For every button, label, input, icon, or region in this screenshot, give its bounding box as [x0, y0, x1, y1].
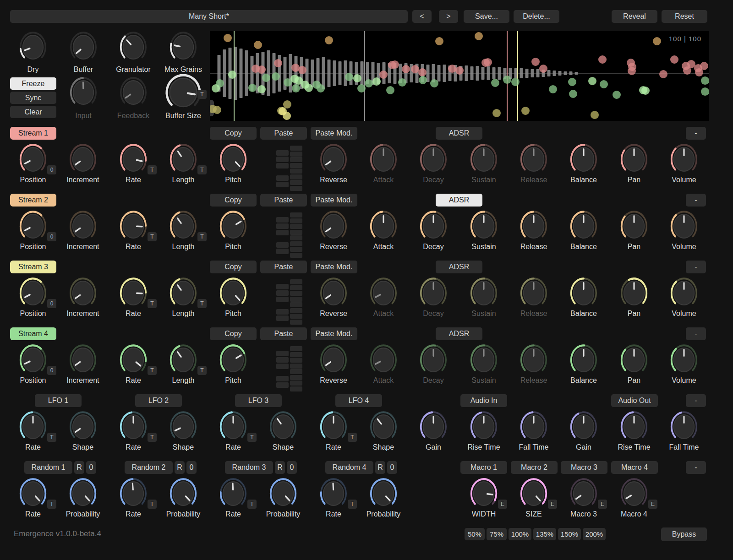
pitch-step-cell[interactable]	[290, 253, 302, 258]
pitch-step-cell[interactable]	[290, 314, 302, 319]
pan-knob[interactable]	[620, 343, 648, 376]
gain-knob[interactable]	[419, 410, 448, 443]
zoom-150-button[interactable]: 150%	[558, 528, 581, 540]
rise-time-knob[interactable]	[620, 410, 648, 443]
position-0-badge[interactable]: 0	[47, 366, 56, 375]
reveal-button[interactable]: Reveal	[612, 10, 657, 23]
rate-knob[interactable]	[119, 477, 148, 510]
pitch-step-cell[interactable]	[290, 174, 302, 179]
pitch-step-cell[interactable]	[290, 308, 302, 313]
pitch-step-cell[interactable]	[276, 284, 289, 289]
lfo-1-button[interactable]: LFO 1	[35, 394, 82, 407]
random-1-r-button[interactable]: R	[74, 461, 84, 474]
increment-knob[interactable]	[69, 277, 97, 310]
pitch-step-cell[interactable]	[276, 217, 289, 223]
lfo-2-button[interactable]: LFO 2	[135, 394, 182, 407]
shape-knob[interactable]	[269, 410, 297, 443]
pitch-step-cell[interactable]	[290, 381, 302, 386]
pitch-step-cell[interactable]	[290, 291, 302, 296]
pitch-step-cell[interactable]	[276, 157, 289, 162]
gain-knob[interactable]	[569, 410, 598, 443]
rate-knob[interactable]	[19, 477, 47, 510]
zoom-75-button[interactable]: 75%	[487, 528, 507, 540]
random-4-r-button[interactable]: R	[375, 461, 385, 474]
pitch-knob[interactable]	[219, 210, 247, 243]
balance-knob[interactable]	[569, 343, 598, 376]
increment-knob[interactable]	[69, 343, 97, 376]
random-2-zero-button[interactable]: 0	[186, 461, 197, 474]
pitch-step-cell[interactable]	[276, 249, 289, 254]
increment-knob[interactable]	[69, 210, 97, 243]
reverse-knob[interactable]	[319, 210, 348, 243]
rate-t-badge[interactable]: T	[148, 299, 157, 308]
macro-4-button[interactable]: Macro 4	[611, 461, 658, 474]
position-knob[interactable]	[19, 343, 47, 376]
input-knob[interactable]	[69, 76, 98, 109]
fall-time-knob[interactable]	[520, 410, 548, 443]
stream2-collapse-button[interactable]: -	[686, 194, 706, 207]
probability-knob[interactable]	[369, 477, 398, 510]
pitch-step-cell[interactable]	[290, 297, 302, 302]
rate-knob[interactable]	[119, 210, 148, 243]
rate-knob[interactable]	[219, 477, 247, 510]
volume-knob[interactable]	[670, 343, 698, 376]
length-t-badge[interactable]: T	[197, 165, 207, 174]
macro-4-knob[interactable]	[620, 477, 648, 510]
pitch-step-cell[interactable]	[276, 223, 289, 229]
macro-3-knob[interactable]	[569, 477, 598, 510]
rate-t-badge[interactable]: T	[148, 165, 157, 174]
position-knob[interactable]	[19, 143, 47, 176]
position-0-badge[interactable]: 0	[47, 165, 56, 174]
macro-collapse-button[interactable]: -	[686, 461, 706, 474]
stream3-adsr-button[interactable]: ADSR	[436, 261, 482, 273]
pitch-step-cell[interactable]	[276, 290, 289, 296]
length-t-badge[interactable]: T	[197, 299, 207, 308]
delete-button[interactable]: Delete...	[514, 10, 559, 23]
stream4-adsr-button[interactable]: ADSR	[436, 327, 482, 340]
pitch-step-cell[interactable]	[290, 235, 302, 240]
pitch-step-cell[interactable]	[276, 182, 289, 187]
pitch-step-cell[interactable]	[290, 247, 302, 252]
random-1-zero-button[interactable]: 0	[86, 461, 96, 474]
dry-knob[interactable]	[19, 31, 47, 64]
length-knob[interactable]	[169, 277, 197, 310]
balance-knob[interactable]	[569, 277, 598, 310]
zoom-100-button[interactable]: 100%	[509, 528, 531, 540]
freeze-toggle[interactable]: Freeze	[10, 77, 56, 90]
preset-name-field[interactable]: Many Short*	[10, 10, 408, 23]
rate-t-badge[interactable]: T	[348, 433, 357, 442]
pitch-step-cell[interactable]	[290, 146, 302, 151]
stream-badge-2[interactable]: Stream 2	[10, 194, 56, 207]
pitch-step-cell[interactable]	[276, 357, 289, 363]
pitch-step-cell[interactable]	[290, 320, 302, 325]
pitch-step-cell[interactable]	[290, 386, 302, 391]
random-4-zero-button[interactable]: 0	[387, 461, 397, 474]
random-2-button[interactable]: Random 2	[125, 461, 173, 474]
decay-knob[interactable]	[419, 210, 448, 243]
fall-time-knob[interactable]	[670, 410, 698, 443]
stream3-copy-button[interactable]: Copy	[210, 261, 257, 273]
decay-knob[interactable]	[419, 277, 448, 310]
zoom-135-button[interactable]: 135%	[533, 528, 556, 540]
random-2-r-button[interactable]: R	[175, 461, 185, 474]
position-0-badge[interactable]: 0	[47, 232, 56, 241]
pitch-step-cell[interactable]	[276, 315, 289, 321]
pitch-step-cell[interactable]	[290, 218, 302, 223]
stream2-paste-mod-button[interactable]: Paste Mod.	[311, 194, 357, 207]
pan-knob[interactable]	[620, 277, 648, 310]
stream1-copy-button[interactable]: Copy	[210, 127, 257, 140]
stream4-paste-button[interactable]: Paste	[260, 327, 307, 340]
shape-knob[interactable]	[369, 410, 398, 443]
pitch-step-cell[interactable]	[276, 376, 289, 381]
reverse-knob[interactable]	[319, 343, 348, 376]
random-3-zero-button[interactable]: 0	[287, 461, 297, 474]
pitch-step-cell[interactable]	[276, 163, 289, 169]
probability-knob[interactable]	[69, 477, 97, 510]
pitch-step-cell[interactable]	[276, 351, 289, 356]
balance-knob[interactable]	[569, 143, 598, 176]
save-button[interactable]: Save...	[464, 10, 509, 23]
length-knob[interactable]	[169, 210, 197, 243]
buffer-knob[interactable]	[69, 31, 98, 64]
width-knob[interactable]	[470, 477, 498, 510]
attack-knob[interactable]	[369, 277, 398, 310]
